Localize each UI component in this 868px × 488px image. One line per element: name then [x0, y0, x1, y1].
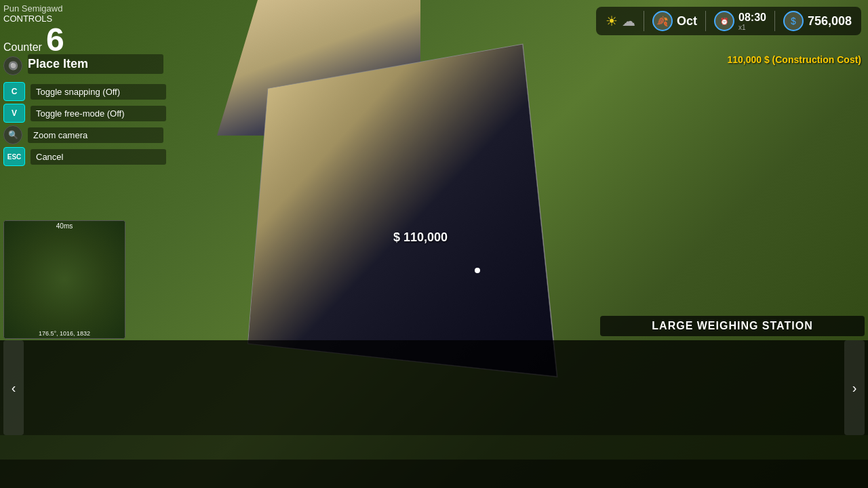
place-item-title: Place Item	[28, 54, 163, 74]
money-value: 756,008	[808, 14, 852, 28]
toggle-snap-label: Toggle snapping (Off)	[31, 84, 166, 100]
cancel-label: Cancel	[31, 149, 166, 165]
bottom-ui: ‹ ›	[0, 340, 868, 488]
time-sub: x1	[738, 24, 766, 31]
building-structure	[248, 43, 557, 377]
counter-value: 6	[46, 24, 64, 56]
time-value: 08:30	[738, 12, 766, 24]
items-carousel: ‹ ›	[0, 340, 868, 435]
place-item-row: 🔘 Place Item	[3, 54, 166, 77]
world-price-label: $ 110,000	[393, 230, 448, 245]
zoom-camera-row: 🔍 Zoom camera	[3, 125, 166, 144]
place-icon: 🔘	[3, 56, 22, 75]
toggle-free-label: Toggle free-mode (Off)	[31, 106, 166, 121]
cloud-icon: ☁	[622, 13, 635, 29]
tab-bar	[0, 460, 868, 488]
minimap-coords: 176.5°, 1016, 1832	[39, 330, 90, 337]
season-info: 🍂 Oct	[652, 11, 697, 31]
money-icon: $	[783, 11, 804, 31]
divider-3	[774, 11, 775, 31]
key-c[interactable]: C	[3, 82, 25, 101]
stream-info: Pun Semigawd CONTROLS Counter 6	[3, 3, 64, 56]
key-esc[interactable]: ESC	[3, 147, 25, 166]
carousel-items	[24, 382, 844, 393]
cancel-row: ESC Cancel	[3, 147, 166, 166]
minimap-label: 40ms	[56, 222, 73, 230]
construction-cost: 110,000 $ (Construction Cost)	[727, 54, 861, 65]
zoom-icon: 🔍	[3, 125, 22, 144]
key-v[interactable]: V	[3, 104, 25, 123]
cursor	[475, 268, 480, 273]
time-icon: ⏰	[714, 11, 734, 31]
carousel-next[interactable]: ›	[844, 340, 865, 435]
minimap-bg: 40ms 176.5°, 1016, 1832	[4, 221, 125, 338]
chat-panel: LARGE WEIGHING STATION	[600, 316, 865, 339]
weather-bar: ☀ ☁ 🍂 Oct ⏰ 08:30 x1 $ 756,008	[596, 7, 861, 35]
weather-icons: ☀ ☁	[606, 13, 635, 29]
sun-icon: ☀	[606, 13, 618, 29]
carousel-prev[interactable]: ‹	[3, 340, 24, 435]
controls-label: CONTROLS	[3, 14, 52, 24]
item-name-display: LARGE WEIGHING STATION	[600, 316, 865, 336]
zoom-label: Zoom camera	[28, 127, 163, 143]
time-info: ⏰ 08:30 x1	[714, 11, 766, 31]
money-area: $ 756,008	[783, 11, 852, 31]
toggle-snap-row: C Toggle snapping (Off)	[3, 82, 166, 101]
control-panel: 🔘 Place Item C Toggle snapping (Off) V T…	[3, 54, 166, 166]
divider-2	[705, 11, 706, 31]
stream-name: Pun Semigawd	[3, 3, 64, 14]
season-icon: 🍂	[652, 11, 673, 31]
top-hud: Pun Semigawd CONTROLS Counter 6 ☀ ☁ 🍂 Oc…	[0, 0, 868, 47]
season-label: Oct	[677, 14, 697, 28]
counter-label: Counter	[3, 41, 42, 54]
toggle-free-row: V Toggle free-mode (Off)	[3, 104, 166, 123]
subtab-bar	[0, 435, 868, 460]
minimap: 40ms 176.5°, 1016, 1832	[3, 220, 125, 339]
divider-1	[644, 11, 644, 31]
